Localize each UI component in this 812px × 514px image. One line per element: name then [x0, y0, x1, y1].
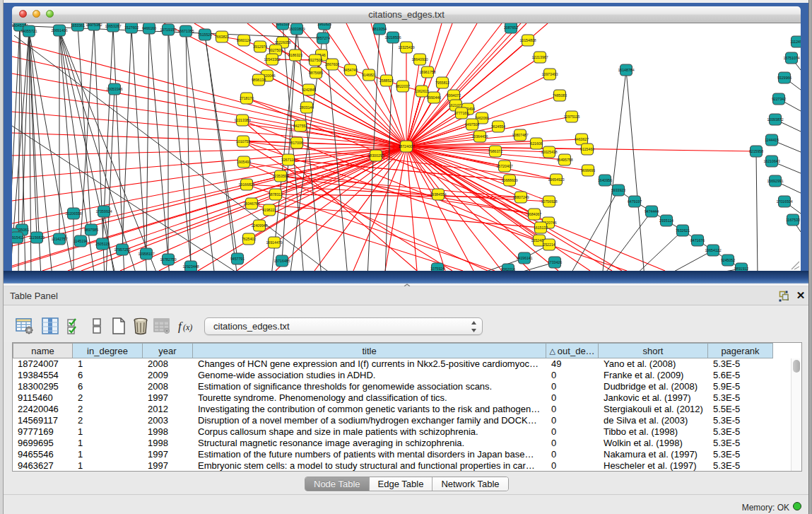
network-node[interactable]: 7955812	[435, 77, 449, 88]
network-edge[interactable]	[406, 146, 548, 223]
network-node[interactable]: 11156829	[29, 232, 45, 243]
network-node[interactable]: 10807487	[512, 129, 528, 141]
network-node[interactable]: 7857274	[316, 33, 330, 44]
network-node[interactable]: 8875685	[309, 67, 323, 78]
network-node[interactable]: 3624554	[491, 121, 505, 132]
network-node[interactable]: 1733426	[548, 257, 562, 268]
network-node[interactable]: 20691406	[51, 25, 67, 36]
network-node[interactable]: 9329966	[777, 72, 792, 83]
network-node[interactable]: 16671355	[177, 25, 194, 37]
table-row[interactable]: 946554611997Estimation of the future num…	[13, 449, 772, 460]
network-node[interactable]: 12213967	[531, 52, 548, 63]
network-edge[interactable]	[131, 28, 147, 271]
network-node[interactable]: 8454749	[343, 64, 358, 76]
tab-network-table[interactable]: Network Table	[433, 477, 507, 491]
network-node[interactable]: 1961825	[317, 23, 331, 30]
network-node[interactable]: 7986372	[488, 146, 502, 157]
network-node[interactable]: 10543362	[264, 54, 280, 65]
network-node[interactable]: 1167533	[786, 214, 800, 226]
network-node[interactable]: 12213389	[234, 115, 250, 126]
network-node[interactable]: 7485083	[553, 90, 567, 101]
network-edge[interactable]	[12, 41, 406, 146]
network-node[interactable]: 8960124	[237, 35, 251, 46]
network-node[interactable]: 14055721	[20, 25, 37, 37]
network-node[interactable]: 6479197	[628, 196, 642, 207]
network-node[interactable]: 1527602	[124, 23, 139, 33]
network-node[interactable]: 2588520	[379, 75, 394, 86]
table-row[interactable]: 1830029562008Estimation of significance …	[13, 381, 772, 392]
network-node[interactable]: 9327508	[308, 54, 322, 66]
network-node[interactable]: 9896138	[252, 74, 266, 86]
close-panel-icon[interactable]: ✕	[794, 288, 807, 303]
network-node[interactable]: 12923448	[182, 261, 199, 271]
network-node[interactable]: 19654923	[548, 174, 564, 185]
network-node[interactable]: 18724007	[398, 141, 414, 152]
table-row[interactable]: 2242004622012Investigating the contribut…	[13, 404, 772, 415]
network-node[interactable]: 8822037	[396, 81, 410, 92]
network-table-selector[interactable]: citations_edges.txt	[204, 317, 483, 335]
network-node[interactable]: 621606	[530, 138, 542, 149]
network-node[interactable]: 12409948	[251, 220, 267, 231]
network-node[interactable]: 10958107	[138, 248, 154, 259]
network-node[interactable]: 1615132	[534, 222, 548, 233]
network-node[interactable]: 1244415	[765, 134, 779, 146]
column-header-year[interactable]: year	[143, 343, 193, 358]
network-node[interactable]: 2935114	[659, 215, 673, 226]
network-node[interactable]: 252214	[543, 239, 555, 250]
network-node[interactable]: 2867608	[325, 59, 339, 70]
network-node[interactable]: 12093872	[767, 114, 783, 125]
network-node[interactable]: 9699695	[581, 165, 595, 176]
column-header-title[interactable]: title	[193, 343, 546, 358]
network-node[interactable]: 19166825	[238, 179, 254, 190]
network-node[interactable]: 9245052	[721, 255, 735, 266]
network-node[interactable]: 20053346	[106, 83, 122, 95]
network-edge[interactable]	[78, 25, 91, 230]
network-edge[interactable]	[59, 30, 158, 271]
tab-edge-table[interactable]: Edge Table	[370, 477, 433, 491]
network-node[interactable]: 7515526	[198, 29, 212, 40]
network-node[interactable]: 20206558	[65, 208, 81, 219]
network-edge[interactable]	[146, 28, 149, 254]
network-node[interactable]: 7625402	[242, 233, 256, 245]
network-node[interactable]: 15751074	[783, 52, 799, 64]
network-node[interactable]: 7663822	[215, 31, 229, 42]
network-edge[interactable]	[406, 23, 502, 146]
network-node[interactable]: 1653361	[71, 23, 85, 31]
network-edge[interactable]	[59, 30, 137, 271]
select-all-icon[interactable]	[66, 317, 84, 335]
network-node[interactable]: 1145194	[73, 235, 88, 247]
network-node[interactable]: 9362016	[501, 264, 515, 271]
network-node[interactable]: 8471676	[690, 235, 705, 246]
network-node[interactable]: 15692991	[767, 175, 783, 187]
table-row[interactable]: 1938455462009Genome-wide association stu…	[13, 370, 772, 381]
table-row[interactable]: 911546021997Tourette syndrome. Phenomeno…	[13, 392, 772, 404]
column-header-pagerank[interactable]: pagerank	[708, 343, 773, 358]
table-row[interactable]: 1872400712008Changes of HCN gene express…	[13, 358, 772, 370]
network-node[interactable]: 1640956	[598, 175, 612, 186]
network-node[interactable]: 3267110	[281, 154, 295, 165]
network-node[interactable]: 18300295	[367, 150, 384, 161]
network-node[interactable]: 16914479	[266, 237, 282, 248]
network-edge[interactable]	[59, 30, 73, 214]
network-edge[interactable]	[406, 146, 541, 228]
network-node[interactable]: 3915411	[12, 232, 24, 243]
network-edge[interactable]	[602, 70, 626, 271]
network-node[interactable]: 1075924	[430, 263, 445, 271]
network-edge[interactable]	[12, 112, 406, 146]
network-node[interactable]: 19218506	[384, 32, 401, 43]
network-node[interactable]: 19384554	[430, 189, 446, 200]
memory-status-indicator[interactable]	[793, 502, 801, 510]
network-node[interactable]: 9891912	[734, 263, 748, 271]
network-node[interactable]: 17016504	[776, 196, 792, 207]
resize-grip-icon[interactable]	[792, 262, 799, 269]
network-canvas[interactable]: 1604537414055721206914061653361199753621…	[12, 23, 801, 271]
network-node[interactable]: 817006	[290, 137, 302, 148]
network-node[interactable]: 9897585	[84, 224, 98, 235]
network-node[interactable]: 15720407	[496, 160, 512, 172]
delete-icon[interactable]	[131, 317, 150, 335]
float-panel-icon[interactable]	[778, 290, 791, 303]
network-node[interactable]: 6466160	[142, 23, 156, 34]
network-node[interactable]: 16961758	[419, 66, 435, 78]
network-edge[interactable]	[247, 185, 549, 201]
network-node[interactable]: 2803144	[300, 102, 314, 113]
